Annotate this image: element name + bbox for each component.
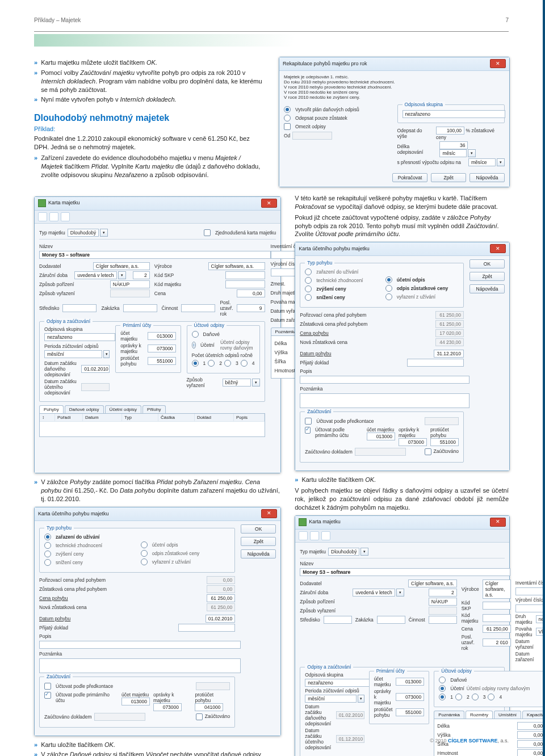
header-divider: [34, 31, 509, 32]
toolbar-icon[interactable]: [61, 212, 70, 221]
cena-field[interactable]: 0,00: [237, 289, 265, 297]
header-swoosh: [34, 34, 509, 47]
after-recap-p2: Pokud již chcete zaúčtovat vypočtené odp…: [295, 213, 509, 239]
nazev-field[interactable]: Money S3 – software: [39, 251, 271, 259]
zarucni-select[interactable]: uvedená v letech: [74, 271, 116, 279]
dodavatel-field[interactable]: Cígler software, a.s.: [93, 262, 150, 270]
kodskp-field[interactable]: [225, 271, 265, 279]
kp1-dialog: Karta účetního pohybu majetku ✕ Typ pohy…: [34, 507, 281, 736]
arrow-icon: »: [34, 741, 37, 749]
toolbar-icon[interactable]: [49, 212, 58, 221]
page-header: Příklady – Majetek 7: [34, 17, 509, 23]
delka-unit[interactable]: měsíc: [439, 149, 467, 157]
close-icon[interactable]: ✕: [490, 59, 506, 68]
chevron-down-icon[interactable]: ▾: [468, 149, 476, 157]
upper-right-col: Rekapitulace pohybů majetku pro rok ✕ Ma…: [279, 57, 509, 187]
km-tabs: Pohyby Daňové odpisy Účetní odpisy Přilo…: [39, 405, 265, 414]
ok-button[interactable]: OK: [469, 259, 505, 268]
chevron-down-icon[interactable]: ▾: [252, 379, 260, 387]
km-icon: [38, 199, 46, 207]
arrow-icon: »: [34, 95, 37, 104]
presnost-unit[interactable]: měsíce: [468, 158, 496, 166]
arrow-icon: »: [34, 154, 37, 179]
zpet-button[interactable]: Zpět: [431, 173, 466, 182]
odepsat-field[interactable]: 100,00: [436, 127, 464, 135]
chevron-down-icon[interactable]: ▾: [118, 271, 126, 279]
pokracovat-button[interactable]: Pokračovat: [392, 173, 427, 182]
upper-columns: » Kartu majetku můžete uložit tlačítkem …: [34, 57, 509, 187]
karta-majetku-final: Karta majetku ✕ Typ majetkuDlouhodobý▾ N…: [295, 515, 510, 756]
mid-bullet: » V záložce Pohyby zadáte pomocí tlačítk…: [34, 478, 280, 503]
zpet-button[interactable]: Zpět: [469, 272, 505, 281]
tab-pohyby[interactable]: Pohyby: [39, 405, 64, 413]
datum-pohybu-field[interactable]: 01.02.2010: [206, 615, 236, 623]
vyrobce-field[interactable]: Cígler software, a.s.: [208, 262, 265, 270]
close-icon[interactable]: ✕: [261, 509, 277, 518]
bullet-3: » Nyní máte vytvořen pohyb v Interních d…: [34, 95, 264, 104]
arrow-icon: »: [34, 478, 37, 503]
bottom-bullet-1: » Kartu uložíte tlačítkem OK.: [34, 741, 280, 749]
close-icon[interactable]: ✕: [261, 199, 277, 208]
chevron-down-icon[interactable]: ▾: [360, 548, 368, 556]
chevron-down-icon[interactable]: ▾: [100, 229, 108, 237]
recap-title: Rekapitulace pohybů majetku pro rok: [283, 61, 367, 66]
zpusob-field[interactable]: NÁKUP: [110, 280, 150, 288]
napoveda-button[interactable]: Nápověda: [241, 549, 276, 558]
cena-pohybu-field[interactable]: 61 250,00: [207, 594, 235, 602]
arrow-icon: »: [295, 476, 298, 484]
upper-left-col: » Kartu majetku můžete uložit tlačítkem …: [34, 57, 264, 187]
napoveda-button[interactable]: Nápověda: [469, 284, 505, 293]
zpet-button[interactable]: Zpět: [241, 537, 276, 546]
chevron-down-icon[interactable]: ▾: [497, 158, 505, 166]
toolbar-icon[interactable]: [38, 212, 47, 221]
tab-ucetni[interactable]: Účetní odpisy: [105, 405, 141, 413]
recap-line: V roce 2010 nebylo provedeno technické z…: [284, 85, 505, 90]
recap-line: V roce 2010 nedošlo ke snížení ceny.: [284, 90, 505, 95]
check-omezit[interactable]: [284, 123, 291, 130]
ok-button[interactable]: OK: [241, 524, 276, 534]
radio-plan[interactable]: [284, 106, 291, 113]
example-text: Podnikatel dne 1.2.2010 zakoupil ekonomi…: [34, 135, 264, 152]
perioda-select[interactable]: měsíční: [44, 350, 102, 358]
recap-line: Do roku 2010 nebylo provedeno technické …: [284, 79, 505, 85]
tab-danove[interactable]: Daňové odpisy: [65, 405, 104, 413]
tab-prilohy[interactable]: Přilohy: [142, 405, 165, 413]
radio-zustatek[interactable]: [284, 115, 291, 121]
arrow-icon: »: [34, 750, 37, 756]
close-icon[interactable]: ✕: [490, 518, 506, 527]
kp2-dialog: Karta účetního pohybu majetku ✕ Typ pohy…: [295, 242, 510, 471]
recap-line: V roce 2010 nedošlo ke zvýšení ceny.: [284, 95, 505, 100]
bullet-1: » Kartu majetku můžete uložit tlačítkem …: [34, 58, 264, 67]
bottom-bullet-2: » V záložce Daňové odpisy si tlačítkem V…: [34, 750, 280, 756]
napoveda-button[interactable]: Nápověda: [469, 173, 505, 182]
typ-majetku-select[interactable]: Dlouhodobý: [68, 229, 99, 237]
km-toolbar: [35, 211, 280, 224]
bullet-2: » Pomocí volby Zaúčtování majetku vytvoř…: [34, 69, 264, 94]
odpskupina-field[interactable]: nezařazeno: [44, 333, 115, 341]
page-footer: © 2010 CÍGLER SOFTWARE, a.s.: [430, 738, 509, 744]
page-number: 7: [505, 17, 509, 23]
after-recap-p1: V této kartě se rekapitulují veškeré poh…: [295, 194, 509, 211]
recap-line: Majetek je odepisován 1. měsíc.: [284, 74, 505, 79]
close-icon[interactable]: ✕: [490, 244, 506, 253]
skupina-field[interactable]: nezařazeno: [403, 110, 506, 118]
delka-field[interactable]: 36: [439, 141, 468, 149]
karta-majetku-dialog: Karta majetku ✕ Typ majetku Dlouhodobý▾ …: [34, 196, 281, 473]
od-field: [292, 132, 332, 140]
example-label: Příklad:: [34, 125, 264, 132]
zjed-check[interactable]: [204, 229, 211, 236]
right-mid-para: V pohybech majetku se objeví řádky s daň…: [295, 486, 509, 512]
section-heading: Dlouhodobý nehmotný majetek: [34, 113, 264, 123]
right-mid-bullet: » Kartu uložíte tlačítkem OK.: [295, 476, 509, 484]
recap-dialog: Rekapitulace pohybů majetku pro rok ✕ Ma…: [279, 57, 510, 187]
arrow-icon: »: [34, 69, 37, 94]
breadcrumb: Příklady – Majetek: [34, 17, 81, 23]
arrow-icon: »: [34, 58, 37, 67]
chevron-down-icon[interactable]: ▾: [103, 350, 110, 358]
example-bullet: » Zařízení zavedete do evidence dlouhodo…: [34, 154, 264, 179]
